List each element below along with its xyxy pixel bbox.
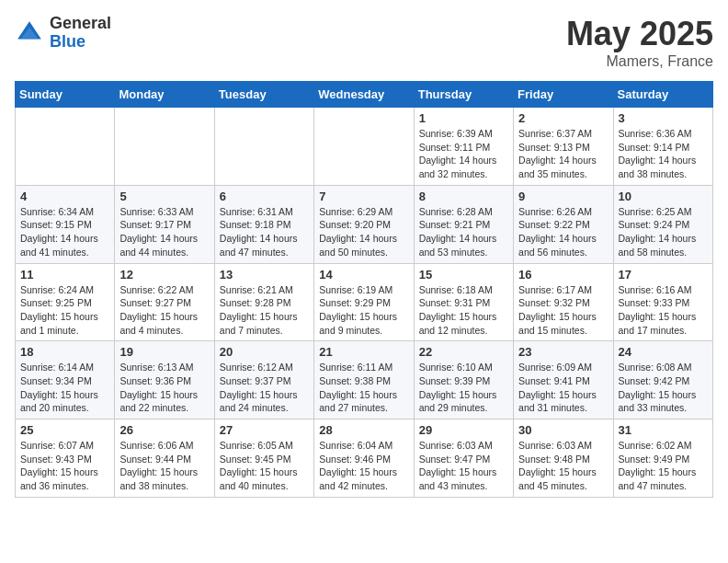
calendar-cell: 5Sunrise: 6:33 AMSunset: 9:17 PMDaylight… <box>115 185 214 263</box>
calendar-cell: 1Sunrise: 6:39 AMSunset: 9:11 PMDaylight… <box>414 108 513 186</box>
title-block: May 2025 Mamers, France <box>566 15 713 70</box>
calendar-week-1: 1Sunrise: 6:39 AMSunset: 9:11 PMDaylight… <box>16 108 713 186</box>
calendar-cell: 4Sunrise: 6:34 AMSunset: 9:15 PMDaylight… <box>16 185 115 263</box>
day-info: Sunrise: 6:34 AMSunset: 9:15 PMDaylight:… <box>20 205 109 259</box>
col-header-thursday: Thursday <box>414 82 513 108</box>
calendar-cell: 29Sunrise: 6:03 AMSunset: 9:47 PMDayligh… <box>414 419 513 498</box>
col-header-monday: Monday <box>115 82 214 108</box>
day-info: Sunrise: 6:04 AMSunset: 9:46 PMDaylight:… <box>319 439 408 493</box>
day-number: 5 <box>119 190 209 203</box>
day-number: 2 <box>518 111 608 125</box>
calendar-cell: 23Sunrise: 6:09 AMSunset: 9:41 PMDayligh… <box>514 341 613 419</box>
page-header: General Blue May 2025 Mamers, France <box>15 15 713 70</box>
calendar-cell: 12Sunrise: 6:22 AMSunset: 9:27 PMDayligh… <box>115 263 214 341</box>
calendar-cell: 7Sunrise: 6:29 AMSunset: 9:20 PMDaylight… <box>314 185 414 263</box>
logo: General Blue <box>15 15 111 52</box>
day-info: Sunrise: 6:17 AMSunset: 9:32 PMDaylight:… <box>518 283 608 338</box>
day-info: Sunrise: 6:29 AMSunset: 9:20 PMDaylight:… <box>319 205 408 259</box>
day-number: 19 <box>119 345 209 359</box>
day-number: 13 <box>220 268 309 282</box>
title-month: May 2025 <box>566 15 713 53</box>
calendar-cell: 14Sunrise: 6:19 AMSunset: 9:29 PMDayligh… <box>314 263 414 341</box>
day-number: 7 <box>319 190 408 203</box>
day-info: Sunrise: 6:31 AMSunset: 9:18 PMDaylight:… <box>220 205 309 259</box>
col-header-saturday: Saturday <box>613 82 712 108</box>
day-info: Sunrise: 6:22 AMSunset: 9:27 PMDaylight:… <box>119 283 209 338</box>
day-number: 4 <box>20 190 109 203</box>
calendar-cell: 26Sunrise: 6:06 AMSunset: 9:44 PMDayligh… <box>115 419 214 498</box>
col-header-friday: Friday <box>514 82 613 108</box>
calendar-cell: 19Sunrise: 6:13 AMSunset: 9:36 PMDayligh… <box>115 341 214 419</box>
calendar-cell: 24Sunrise: 6:08 AMSunset: 9:42 PMDayligh… <box>613 341 712 419</box>
day-info: Sunrise: 6:03 AMSunset: 9:48 PMDaylight:… <box>518 439 608 493</box>
calendar-week-2: 4Sunrise: 6:34 AMSunset: 9:15 PMDaylight… <box>16 185 713 263</box>
day-info: Sunrise: 6:39 AMSunset: 9:11 PMDaylight:… <box>419 127 508 181</box>
day-number: 10 <box>619 190 708 203</box>
logo-blue: Blue <box>50 33 111 52</box>
calendar-header-row: SundayMondayTuesdayWednesdayThursdayFrid… <box>16 82 713 108</box>
calendar-week-5: 25Sunrise: 6:07 AMSunset: 9:43 PMDayligh… <box>16 419 713 498</box>
day-number: 9 <box>518 190 608 203</box>
day-number: 16 <box>518 268 608 282</box>
day-number: 1 <box>419 111 508 125</box>
day-number: 27 <box>220 423 309 437</box>
calendar-cell: 16Sunrise: 6:17 AMSunset: 9:32 PMDayligh… <box>514 263 613 341</box>
logo-general: General <box>50 15 111 33</box>
title-location: Mamers, France <box>566 53 713 70</box>
day-number: 8 <box>419 190 508 203</box>
day-info: Sunrise: 6:07 AMSunset: 9:43 PMDaylight:… <box>20 439 109 493</box>
day-number: 21 <box>319 345 408 359</box>
day-number: 26 <box>119 423 209 437</box>
day-number: 14 <box>319 268 408 282</box>
calendar-week-3: 11Sunrise: 6:24 AMSunset: 9:25 PMDayligh… <box>16 263 713 341</box>
day-info: Sunrise: 6:12 AMSunset: 9:37 PMDaylight:… <box>220 361 309 415</box>
calendar-cell: 25Sunrise: 6:07 AMSunset: 9:43 PMDayligh… <box>16 419 115 498</box>
day-info: Sunrise: 6:26 AMSunset: 9:22 PMDaylight:… <box>518 205 608 259</box>
calendar-cell <box>115 108 214 186</box>
day-number: 3 <box>619 111 708 125</box>
calendar-cell: 9Sunrise: 6:26 AMSunset: 9:22 PMDaylight… <box>514 185 613 263</box>
day-info: Sunrise: 6:08 AMSunset: 9:42 PMDaylight:… <box>619 361 708 415</box>
calendar-cell: 15Sunrise: 6:18 AMSunset: 9:31 PMDayligh… <box>414 263 513 341</box>
day-number: 12 <box>119 268 209 282</box>
calendar-cell: 30Sunrise: 6:03 AMSunset: 9:48 PMDayligh… <box>514 419 613 498</box>
day-info: Sunrise: 6:25 AMSunset: 9:24 PMDaylight:… <box>619 205 708 259</box>
calendar-cell: 22Sunrise: 6:10 AMSunset: 9:39 PMDayligh… <box>414 341 513 419</box>
day-info: Sunrise: 6:05 AMSunset: 9:45 PMDaylight:… <box>220 439 309 493</box>
calendar-cell: 17Sunrise: 6:16 AMSunset: 9:33 PMDayligh… <box>613 263 712 341</box>
day-info: Sunrise: 6:16 AMSunset: 9:33 PMDaylight:… <box>619 283 708 338</box>
day-number: 31 <box>619 423 708 437</box>
calendar-cell: 20Sunrise: 6:12 AMSunset: 9:37 PMDayligh… <box>214 341 313 419</box>
col-header-wednesday: Wednesday <box>314 82 414 108</box>
calendar-cell: 28Sunrise: 6:04 AMSunset: 9:46 PMDayligh… <box>314 419 414 498</box>
day-number: 17 <box>619 268 708 282</box>
calendar-cell: 8Sunrise: 6:28 AMSunset: 9:21 PMDaylight… <box>414 185 513 263</box>
day-info: Sunrise: 6:14 AMSunset: 9:34 PMDaylight:… <box>20 361 109 415</box>
calendar-cell: 13Sunrise: 6:21 AMSunset: 9:28 PMDayligh… <box>214 263 313 341</box>
col-header-tuesday: Tuesday <box>214 82 313 108</box>
day-number: 22 <box>419 345 508 359</box>
calendar-cell <box>214 108 313 186</box>
calendar-cell: 18Sunrise: 6:14 AMSunset: 9:34 PMDayligh… <box>16 341 115 419</box>
day-info: Sunrise: 6:02 AMSunset: 9:49 PMDaylight:… <box>619 439 708 493</box>
day-number: 23 <box>518 345 608 359</box>
logo-text: General Blue <box>50 15 111 52</box>
calendar-cell: 10Sunrise: 6:25 AMSunset: 9:24 PMDayligh… <box>613 185 712 263</box>
calendar-cell: 3Sunrise: 6:36 AMSunset: 9:14 PMDaylight… <box>613 108 712 186</box>
day-info: Sunrise: 6:33 AMSunset: 9:17 PMDaylight:… <box>119 205 209 259</box>
day-number: 28 <box>319 423 408 437</box>
calendar-cell: 11Sunrise: 6:24 AMSunset: 9:25 PMDayligh… <box>16 263 115 341</box>
calendar-table: SundayMondayTuesdayWednesdayThursdayFrid… <box>15 81 713 498</box>
day-info: Sunrise: 6:21 AMSunset: 9:28 PMDaylight:… <box>220 283 309 338</box>
day-number: 30 <box>518 423 608 437</box>
day-info: Sunrise: 6:37 AMSunset: 9:13 PMDaylight:… <box>518 127 608 181</box>
day-number: 29 <box>419 423 508 437</box>
col-header-sunday: Sunday <box>16 82 115 108</box>
day-number: 24 <box>619 345 708 359</box>
day-info: Sunrise: 6:13 AMSunset: 9:36 PMDaylight:… <box>119 361 209 415</box>
day-info: Sunrise: 6:36 AMSunset: 9:14 PMDaylight:… <box>619 127 708 181</box>
calendar-cell <box>314 108 414 186</box>
calendar-week-4: 18Sunrise: 6:14 AMSunset: 9:34 PMDayligh… <box>16 341 713 419</box>
day-info: Sunrise: 6:18 AMSunset: 9:31 PMDaylight:… <box>419 283 508 338</box>
calendar-cell: 31Sunrise: 6:02 AMSunset: 9:49 PMDayligh… <box>613 419 712 498</box>
